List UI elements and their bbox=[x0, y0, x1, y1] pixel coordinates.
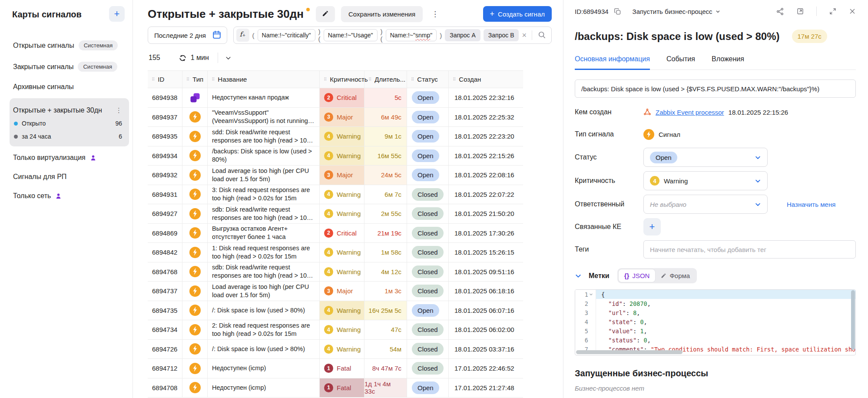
tab-События[interactable]: События bbox=[666, 55, 695, 70]
tab-Основная информация[interactable]: Основная информация bbox=[575, 55, 650, 70]
severity-label: Critical bbox=[337, 229, 357, 237]
column-header[interactable]: ⠿Тип bbox=[182, 71, 208, 88]
table-row[interactable]: 6894927sdb: Disk read/write request resp… bbox=[148, 204, 523, 224]
column-header[interactable]: ⠿Длитель... bbox=[364, 71, 407, 88]
saved-query-chip[interactable]: Запрос В bbox=[484, 29, 519, 41]
assignee-select[interactable]: Не выбрано bbox=[643, 195, 768, 214]
refresh-icon[interactable] bbox=[179, 54, 187, 62]
cell-type bbox=[182, 320, 208, 339]
refresh-interval[interactable]: 1 мин bbox=[191, 54, 209, 62]
search-icon[interactable] bbox=[537, 30, 546, 40]
create-signal-button[interactable]: + Создать сигнал bbox=[483, 6, 552, 22]
edit-title-button[interactable] bbox=[316, 6, 335, 22]
editor-line: 6 "status": 0, bbox=[575, 335, 855, 345]
severity-number-badge: 4 bbox=[324, 209, 333, 218]
cell-name: Недоступен канал продаж bbox=[208, 88, 320, 107]
column-header[interactable]: ⠿Статус bbox=[407, 71, 449, 88]
cell-created: 18.01.2025 22:15:26 bbox=[449, 146, 523, 166]
cell-type bbox=[182, 224, 208, 243]
sidebar-item-4[interactable]: Только виртуализация bbox=[10, 148, 129, 167]
column-header[interactable]: ⠿Критичность bbox=[320, 71, 364, 88]
paren: ) bbox=[440, 32, 442, 39]
table-row[interactable]: 6894937"VeeamVssSupport" (VeeamVssSuppor… bbox=[148, 108, 523, 127]
column-header[interactable]: ⠿ID bbox=[148, 71, 182, 88]
table-row[interactable]: 68949313: Disk read request responses ar… bbox=[148, 185, 523, 205]
add-related-ci-button[interactable]: + bbox=[643, 218, 661, 235]
table-row[interactable]: 6894712Недоступен (icmp)1Fatal8ч 47м 7сC… bbox=[148, 359, 523, 378]
cell-severity: 4Warning bbox=[320, 127, 364, 146]
divider bbox=[218, 53, 218, 63]
query-builder[interactable]: f+ (Name:!~"critically")(Name:!~"Usage")… bbox=[233, 27, 552, 44]
table-row[interactable]: 6894726/: Disk space is low (used > 80%)… bbox=[148, 340, 523, 359]
table-row[interactable]: 6894938Недоступен канал продаж2Critical5… bbox=[148, 88, 523, 108]
status-dot bbox=[14, 135, 18, 139]
signal-bolt-icon bbox=[189, 305, 201, 316]
more-menu-button[interactable]: ⋮ bbox=[429, 10, 441, 19]
token: : bbox=[623, 300, 629, 307]
table-row[interactable]: 68947342: Disk read request responses ar… bbox=[148, 320, 523, 340]
table-row[interactable]: 6894768sdb: Disk read/write request resp… bbox=[148, 262, 523, 282]
json-view-tab[interactable]: {} JSON bbox=[619, 269, 656, 282]
date-range-select[interactable]: Последние 2 дня bbox=[148, 27, 227, 44]
sidebar-item-1[interactable]: Закрытые сигналыСистемная bbox=[10, 56, 129, 77]
sidebar-item-6[interactable]: Только сеть bbox=[10, 186, 129, 206]
tab-Вложения[interactable]: Вложения bbox=[712, 55, 744, 70]
table-row[interactable]: 68948421: Disk read request responses ar… bbox=[148, 243, 523, 262]
column-header[interactable]: ⠿Создан bbox=[449, 71, 523, 88]
signal-name-input[interactable] bbox=[575, 80, 856, 98]
assign-me-link[interactable]: Назначить меня bbox=[787, 201, 835, 208]
form-view-tab[interactable]: Форма bbox=[655, 269, 696, 282]
fold-chevron-icon[interactable] bbox=[589, 292, 593, 296]
add-signal-map-button[interactable]: + bbox=[109, 6, 125, 22]
open-in-new-icon[interactable] bbox=[796, 7, 804, 15]
status-select[interactable]: Open bbox=[643, 148, 768, 167]
severity-select[interactable]: 4 Warning bbox=[643, 171, 768, 190]
sidebar-item-selected[interactable]: Открытые + закрытые 30дн⋮Открыто96за 24 … bbox=[10, 98, 129, 146]
duration-value: 1м 58с bbox=[381, 249, 401, 256]
created-by-link[interactable]: Zabbix Event processor bbox=[656, 109, 724, 116]
token bbox=[601, 309, 608, 316]
query-function-chip[interactable]: Name:!~"Usage" bbox=[324, 29, 378, 41]
saved-query-chip[interactable]: Запрос А bbox=[445, 29, 480, 41]
sidebar-item-label: Открытые сигналы bbox=[13, 42, 74, 50]
save-changes-button[interactable]: Сохранить изменения bbox=[341, 6, 423, 22]
table-row[interactable]: 6894934/backups: Disk space is low (used… bbox=[148, 146, 523, 166]
table-row[interactable]: 6894735/: Disk space is low (used > 80%)… bbox=[148, 301, 523, 321]
chevron-down-icon[interactable] bbox=[225, 55, 232, 61]
table-row[interactable]: 6894935sdd: Disk read/write request resp… bbox=[148, 127, 523, 146]
signal-name: 3: Disk read request responses are too h… bbox=[212, 186, 315, 202]
item-menu-icon[interactable]: ⋮ bbox=[114, 106, 124, 114]
cell-type bbox=[182, 146, 208, 166]
cell-type bbox=[182, 262, 208, 282]
tags-input[interactable] bbox=[643, 240, 856, 259]
table-row[interactable]: 6894932Load average is too high (per CPU… bbox=[148, 166, 523, 185]
sidebar-item-0[interactable]: Открытые сигналыСистемная bbox=[10, 35, 129, 56]
table-row[interactable]: 6894869Выгрузка остатков Агент+ отсутств… bbox=[148, 224, 523, 243]
person-icon bbox=[90, 155, 96, 161]
sidebar-item-2[interactable]: Архивные сигналы bbox=[10, 77, 129, 96]
editor-line: 1{ bbox=[575, 290, 855, 299]
editor-lines: 1{2 "id": 20870,3 "url": 8,4 "state": 0,… bbox=[575, 290, 855, 354]
duration-value: 1м 3с bbox=[384, 287, 401, 295]
labels-json-editor[interactable]: 1{2 "id": 20870,3 "url": 8,4 "state": 0,… bbox=[575, 289, 856, 355]
run-business-process-button[interactable]: Запустить бизнес-процесс bbox=[633, 8, 720, 15]
table-row[interactable]: 6894737Load average is too high (per CPU… bbox=[148, 282, 523, 301]
sidebar-item-5[interactable]: Сигналы для РП bbox=[10, 167, 129, 186]
sidebar-item-label: Открытые + закрытые 30дн bbox=[13, 106, 102, 114]
collapse-chevron-icon[interactable] bbox=[575, 272, 582, 279]
function-icon[interactable]: f+ bbox=[236, 29, 249, 42]
expand-icon[interactable] bbox=[829, 7, 837, 15]
query-function-chip[interactable]: Name:!~"critically" bbox=[258, 29, 315, 41]
vertical-scrollbar[interactable] bbox=[851, 290, 855, 350]
copy-icon[interactable] bbox=[614, 8, 621, 15]
query-function-chip[interactable]: Name:!~"snmp" bbox=[386, 29, 437, 41]
close-icon[interactable] bbox=[849, 8, 856, 15]
code-content: "status": 0, bbox=[596, 335, 855, 345]
clear-query-icon[interactable]: × bbox=[522, 31, 527, 39]
labels-view-toggle: {} JSON Форма bbox=[617, 268, 697, 283]
column-header[interactable]: ⠿Название bbox=[208, 71, 320, 88]
status-pill: Closed bbox=[412, 227, 444, 239]
table-row[interactable]: 6894708Недоступен (icmp)1Fatal1д 1ч 4м 3… bbox=[148, 378, 523, 398]
horizontal-scrollbar[interactable] bbox=[576, 350, 682, 354]
share-icon[interactable] bbox=[776, 7, 784, 16]
